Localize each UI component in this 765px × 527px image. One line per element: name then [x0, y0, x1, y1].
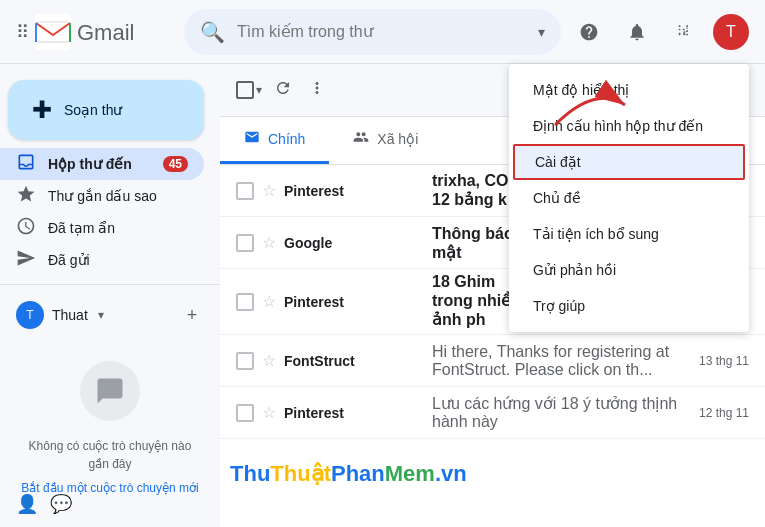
inbox-badge: 45: [163, 156, 188, 172]
chat-icon[interactable]: 💬: [50, 493, 72, 515]
account-name: Thuat: [52, 307, 88, 323]
email-content: Hi there, Thanks for registering at Font…: [432, 343, 683, 379]
chat-empty-text: Không có cuộc trò chuyện nào gần đây: [16, 429, 204, 481]
email-star-icon[interactable]: ☆: [262, 181, 276, 200]
email-subject: 18 Ghim trong nhiều ảnh ph: [432, 273, 521, 330]
dropdown-item-chu-de[interactable]: Chủ đề: [509, 180, 749, 216]
tab-xa-hoi-label: Xã hội: [377, 131, 418, 147]
email-star-icon[interactable]: ☆: [262, 292, 276, 311]
gmail-icon: [35, 14, 71, 50]
sidebar-account[interactable]: T Thuat ▾ +: [0, 293, 220, 337]
dropdown-item-cai-dat[interactable]: Cài đặt: [513, 144, 745, 180]
email-checkbox[interactable]: [236, 352, 254, 370]
sidebar-divider: [0, 284, 220, 285]
dropdown-item-cau-hinh[interactable]: Định cấu hình hộp thư đến: [509, 108, 749, 144]
chat-area: Không có cuộc trò chuyện nào gần đây Bắt…: [0, 353, 220, 503]
email-star-icon[interactable]: ☆: [262, 403, 276, 422]
email-sender: Google: [284, 235, 424, 251]
snoozed-icon: [16, 216, 36, 241]
dropdown-item-mat-do[interactable]: Mật độ hiển thị: [509, 72, 749, 108]
compose-button[interactable]: ✚ Soạn thư: [8, 80, 204, 140]
logo-area: ⠿ Gmail: [16, 14, 176, 50]
email-checkbox[interactable]: [236, 234, 254, 252]
gmail-logo: Gmail: [35, 14, 134, 50]
sidebar-item-inbox[interactable]: Hộp thư đến 45: [0, 148, 204, 180]
email-checkbox[interactable]: [236, 182, 254, 200]
svg-rect-1: [36, 22, 70, 42]
more-options-icon[interactable]: [304, 75, 330, 106]
dropdown-item-tro-giup[interactable]: Trợ giúp: [509, 288, 749, 324]
tab-chinh-label: Chính: [268, 131, 305, 147]
notifications-icon[interactable]: [617, 12, 657, 52]
select-group: ▾: [236, 81, 262, 99]
inbox-label: Hộp thư đến: [48, 156, 151, 172]
email-sender: Pinterest: [284, 405, 424, 421]
add-account-icon[interactable]: +: [180, 303, 204, 327]
email-content: Lưu các hứng với 18 ý tưởng thịnh hành n…: [432, 394, 683, 431]
email-checkbox[interactable]: [236, 293, 254, 311]
refresh-icon[interactable]: [270, 75, 296, 106]
xa-hoi-tab-icon: [353, 129, 369, 149]
settings-dropdown: Mật độ hiển thị Định cấu hình hộp thư đế…: [509, 64, 749, 332]
apps-icon[interactable]: [665, 12, 705, 52]
dropdown-item-tai-tien-ich[interactable]: Tải tiện ích bổ sung: [509, 216, 749, 252]
search-bar[interactable]: 🔍 ▾: [184, 9, 561, 55]
email-sender: FontStruct: [284, 353, 424, 369]
email-row[interactable]: ☆ Pinterest Lưu các hứng với 18 ý tưởng …: [220, 387, 765, 439]
grid-icon[interactable]: ⠿: [16, 21, 29, 43]
email-star-icon[interactable]: ☆: [262, 351, 276, 370]
email-preview: Lưu các hứng với 18 ý tưởng thịnh hành n…: [432, 394, 683, 431]
sidebar-item-sent[interactable]: Đã gửi: [0, 244, 204, 276]
sidebar-item-snoozed[interactable]: Đã tạm ẩn: [0, 212, 204, 244]
email-sender: Pinterest: [284, 294, 424, 310]
sidebar-item-starred[interactable]: Thư gắn dấu sao: [0, 180, 204, 212]
chinh-tab-icon: [244, 129, 260, 149]
select-all-checkbox[interactable]: [236, 81, 254, 99]
sidebar-bottom-icons: 👤 💬: [0, 489, 220, 519]
tab-xa-hoi[interactable]: Xã hội: [329, 117, 442, 164]
email-preview: Hi there, Thanks for registering at Font…: [432, 343, 683, 379]
contacts-icon[interactable]: 👤: [16, 493, 38, 515]
tab-chinh[interactable]: Chính: [220, 117, 329, 164]
starred-icon: [16, 184, 36, 209]
account-avatar: T: [16, 301, 44, 329]
search-input[interactable]: [237, 23, 526, 41]
chat-empty-icon: [80, 361, 140, 421]
header: ⠿ Gmail 🔍 ▾: [0, 0, 765, 64]
compose-plus-icon: ✚: [32, 96, 52, 124]
dropdown-item-gui-phan-hoi[interactable]: Gửi phản hồi: [509, 252, 749, 288]
email-date: 13 thg 11: [699, 354, 749, 368]
account-arrow-icon: ▾: [98, 308, 104, 322]
email-date: 12 thg 11: [699, 406, 749, 420]
email-checkbox[interactable]: [236, 404, 254, 422]
snoozed-label: Đã tạm ẩn: [48, 220, 188, 236]
help-icon[interactable]: [569, 12, 609, 52]
select-dropdown-icon[interactable]: ▾: [256, 83, 262, 97]
header-right: T: [569, 12, 749, 52]
email-sender: Pinterest: [284, 183, 424, 199]
sent-label: Đã gửi: [48, 252, 188, 268]
inbox-icon: [16, 152, 36, 177]
search-icon: 🔍: [200, 20, 225, 44]
sent-icon: [16, 248, 36, 273]
email-row[interactable]: ☆ FontStruct Hi there, Thanks for regist…: [220, 335, 765, 387]
gmail-label: Gmail: [77, 20, 134, 46]
sidebar: ✚ Soạn thư Hộp thư đến 45 Thư gắn dấu sa…: [0, 64, 220, 527]
starred-label: Thư gắn dấu sao: [48, 188, 188, 204]
compose-label: Soạn thư: [64, 102, 122, 118]
email-star-icon[interactable]: ☆: [262, 233, 276, 252]
search-dropdown-icon[interactable]: ▾: [538, 24, 545, 40]
avatar[interactable]: T: [713, 14, 749, 50]
